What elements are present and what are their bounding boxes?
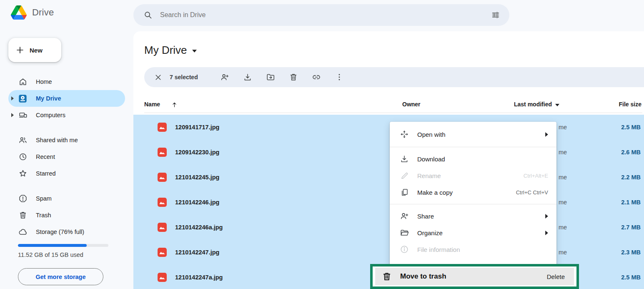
more-actions-button[interactable] <box>331 69 348 85</box>
file-modified-by: me <box>559 115 567 140</box>
trash-icon <box>289 73 298 82</box>
download-button[interactable] <box>239 69 256 85</box>
sidebar-item-label: My Drive <box>36 95 61 102</box>
file-size: 2.3 MB <box>621 240 641 265</box>
file-size: 2.5 MB <box>621 115 641 140</box>
menu-item-share[interactable]: Share <box>390 208 556 224</box>
more-vertical-icon <box>335 73 344 82</box>
sidebar-item-recent[interactable]: Recent <box>8 148 125 165</box>
app-title: Drive <box>32 7 54 18</box>
image-file-icon <box>158 248 167 257</box>
recent-clock-icon <box>18 152 28 161</box>
menu-shortcut: Ctrl+Alt+E <box>524 173 548 179</box>
file-row[interactable]: 1209141717.jpg me 2.5 MB <box>133 115 644 140</box>
file-size: 2.6 MB <box>621 140 641 165</box>
menu-item-organize[interactable]: Organize <box>390 224 556 241</box>
file-row[interactable]: 1209142230.jpg me 2.6 MB <box>133 140 644 165</box>
file-name: 1210142247a.jpg <box>175 265 223 289</box>
new-button[interactable]: New <box>8 38 61 62</box>
my-drive-icon <box>18 94 28 103</box>
search-bar[interactable] <box>133 4 509 26</box>
menu-item-download[interactable]: Download <box>390 151 556 167</box>
column-header-last-modified[interactable]: Last modified <box>514 97 559 112</box>
menu-item-open-with[interactable]: Open with <box>390 125 556 143</box>
menu-item-label: Rename <box>417 172 524 179</box>
expand-arrow-icon[interactable] <box>11 113 14 117</box>
sidebar-item-label: Trash <box>36 212 51 219</box>
file-modified-by: me <box>559 190 567 215</box>
file-row[interactable]: 1210142246.jpg me 2.1 MB <box>133 190 644 215</box>
clear-selection-button[interactable] <box>150 69 166 85</box>
sidebar: New Home My Drive Computers <box>0 31 133 289</box>
person-add-icon <box>399 211 409 221</box>
trash-button[interactable] <box>285 69 302 85</box>
move-to-folder-button[interactable] <box>262 69 279 85</box>
shared-with-me-icon <box>18 136 28 145</box>
menu-item-make-a-copy[interactable]: Make a copy Ctrl+C Ctrl+V <box>390 184 556 201</box>
sidebar-item-starred[interactable]: Starred <box>8 165 125 182</box>
folder-move-icon <box>266 73 275 82</box>
context-menu: Open with Download Rename Ctrl+Alt+E Mak… <box>390 122 556 267</box>
toolbar-actions <box>216 69 348 85</box>
sidebar-item-spam[interactable]: Spam <box>8 190 125 207</box>
download-icon <box>399 154 409 163</box>
menu-divider <box>390 147 556 147</box>
sidebar-item-shared-with-me[interactable]: Shared with me <box>8 132 125 148</box>
header-name-label: Name <box>144 97 160 112</box>
link-icon <box>312 73 321 82</box>
image-file-icon <box>158 198 167 207</box>
share-button[interactable] <box>216 69 233 85</box>
file-modified-by: me <box>559 215 567 240</box>
page-title-dropdown[interactable]: My Drive <box>144 42 197 58</box>
file-row[interactable]: 1210142246a.jpg me 2.7 MB <box>133 215 644 240</box>
sidebar-item-home[interactable]: Home <box>8 73 125 90</box>
computers-icon <box>18 111 28 120</box>
sidebar-item-label: Computers <box>36 112 65 118</box>
sidebar-item-my-drive[interactable]: My Drive <box>8 90 125 107</box>
menu-item-label: Make a copy <box>417 189 516 196</box>
drive-logo[interactable]: Drive <box>11 5 54 20</box>
search-input[interactable] <box>160 11 484 19</box>
image-file-icon <box>158 223 167 232</box>
file-size: 2.7 MB <box>621 215 641 240</box>
copy-link-button[interactable] <box>308 69 325 85</box>
get-more-storage-button[interactable]: Get more storage <box>18 268 103 285</box>
sidebar-item-storage[interactable]: Storage (76% full) <box>8 224 125 240</box>
file-name: 1210142246a.jpg <box>175 215 223 240</box>
file-row[interactable]: 1210142245.jpg me 2.2 MB <box>133 165 644 190</box>
column-header-name[interactable]: Name <box>144 97 178 112</box>
column-header-owner[interactable]: Owner <box>402 97 421 112</box>
expand-arrow-icon[interactable] <box>11 96 14 101</box>
close-icon <box>154 73 163 82</box>
file-size: 2.2 MB <box>621 165 641 190</box>
file-name: 1210142247.jpg <box>175 240 219 265</box>
nav-group-gap <box>8 182 125 190</box>
image-file-icon <box>158 148 167 157</box>
sidebar-item-label: Home <box>36 78 52 85</box>
menu-item-label: Organize <box>417 229 545 236</box>
sidebar-nav: Home My Drive Computers Shar <box>8 73 125 240</box>
drive-logo-icon <box>11 5 27 20</box>
search-filter-tune-icon[interactable] <box>491 10 500 20</box>
chevron-down-icon <box>192 50 197 53</box>
header-size-label: File size <box>619 97 641 112</box>
search-icon[interactable] <box>143 10 153 20</box>
page-title: My Drive <box>144 44 187 57</box>
sidebar-item-trash[interactable]: Trash <box>8 207 125 224</box>
trash-icon <box>382 271 392 281</box>
star-icon <box>18 169 28 178</box>
column-header-file-size[interactable]: File size <box>619 97 641 112</box>
sidebar-item-computers[interactable]: Computers <box>8 107 125 123</box>
menu-divider <box>390 204 556 204</box>
download-icon <box>243 73 252 82</box>
file-row[interactable]: 1210142247.jpg me 2.3 MB <box>133 240 644 265</box>
sidebar-item-label: Starred <box>36 170 56 177</box>
menu-item-move-to-trash[interactable]: Move to trash Delete <box>375 268 574 285</box>
file-name: 1210142246.jpg <box>175 190 219 215</box>
header-modified-label: Last modified <box>514 97 552 112</box>
image-file-icon <box>158 173 167 182</box>
file-size: 2.1 MB <box>621 190 641 215</box>
file-name: 1210142245.jpg <box>175 165 219 190</box>
selection-toolbar: 7 selected <box>144 67 644 87</box>
nav-group-gap <box>8 123 125 132</box>
